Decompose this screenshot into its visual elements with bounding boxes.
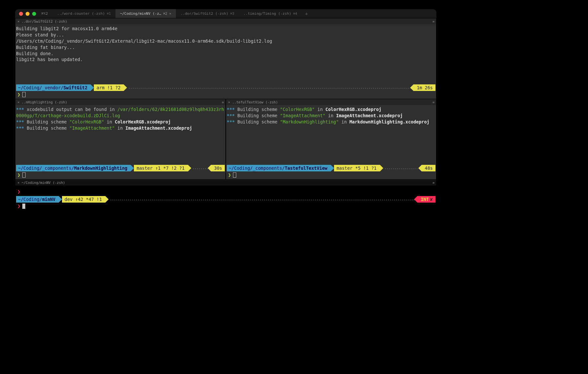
path-segment: ~/Coding/_components/MarkdownHighlightin… (16, 165, 131, 171)
zoom-icon[interactable] (32, 12, 36, 16)
close-icon[interactable]: × (17, 181, 20, 185)
tab-shortcut: ⌘3 (230, 12, 234, 15)
branch-segment: master ↑1 *7 !2 ?1 (134, 165, 188, 171)
pane-header: × ..tefulTextView (-zsh) ≡ (226, 99, 436, 105)
powerline-prompt: ~/Coding/_vendor/SwiftGit2 arm !1 ?2 1m … (16, 84, 435, 91)
tab-shortcut: ⌘2 (163, 12, 167, 15)
tab-2[interactable]: ~/Coding/minNV (-z… ⌘2 × (116, 9, 176, 18)
hamburger-icon[interactable]: ≡ (432, 100, 434, 104)
chevron-right-icon: ❯ (17, 172, 20, 178)
terminal-window: ⌘⌥2 ../word-counter (-zsh) ⌘1 ~/Coding/m… (15, 9, 436, 269)
tab-1[interactable]: ../word-counter (-zsh) ⌘1 (52, 9, 116, 18)
dots-fill (110, 196, 416, 203)
powerline-prompt: ~/Coding/_components/MarkdownHighlightin… (16, 165, 225, 171)
pane-mid-left[interactable]: × ..nHighlighting (-zsh) ≡ *** xcodebuil… (15, 99, 226, 180)
prompt-area: ❯ ~/Coding/minNV dev ↑42 *47 !1 INT✘ (15, 187, 436, 210)
pane-header: × ..dor/SwiftGit2 (-zsh) ≡ (15, 18, 436, 24)
pane-title: ..tefulTextView (-zsh) (232, 100, 278, 104)
pane-mid-right[interactable]: × ..tefulTextView (-zsh) ≡ *** Building … (226, 99, 436, 180)
powerline-prompt: ~/Coding/_components/TastefulTextView ma… (227, 165, 435, 171)
pane-top[interactable]: × ..dor/SwiftGit2 (-zsh) ≡ Building libg… (15, 18, 436, 99)
prompt-area: ~/Coding/_vendor/SwiftGit2 arm !1 ?2 1m … (15, 84, 436, 99)
tab-3[interactable]: ..dor/SwiftGit2 (-zsh) ⌘3 (176, 9, 239, 18)
spacer (15, 210, 436, 262)
pane-output: Building libgit2 for macosx11.0 arm64e P… (15, 24, 436, 84)
input-prompt[interactable]: ❯ (16, 91, 435, 98)
cursor (22, 172, 26, 178)
pane-bottom[interactable]: × ~/Coding/minNV (-zsh) ≡ ❯ ~/Coding/min… (15, 180, 436, 262)
cursor (22, 92, 26, 97)
close-icon[interactable] (19, 12, 23, 16)
prompt-area: ~/Coding/_components/TastefulTextView ma… (226, 165, 436, 179)
pane-title: ..nHighlighting (-zsh) (22, 100, 67, 104)
timer-segment: 48s (422, 165, 435, 171)
chevron-right-icon: ❯ (17, 92, 20, 98)
hamburger-icon[interactable]: ≡ (432, 181, 434, 185)
prompt-area: ~/Coding/_components/MarkdownHighlightin… (15, 165, 225, 179)
window-shortcut-badge: ⌘⌥2 (41, 11, 48, 16)
minimize-icon[interactable] (26, 12, 30, 16)
tab-shortcut: ⌘4 (293, 12, 297, 15)
pane-row-2: × ..nHighlighting (-zsh) ≡ *** xcodebuil… (15, 99, 436, 180)
pane-row-1: × ..dor/SwiftGit2 (-zsh) ≡ Building libg… (15, 18, 436, 99)
tab-label: ..dor/SwiftGit2 (-zsh) (180, 11, 228, 16)
cursor (22, 204, 25, 209)
chevron-right-icon: ❯ (228, 172, 231, 178)
branch-segment: arm !1 ?2 (94, 84, 124, 91)
add-tab-button[interactable]: + (302, 9, 311, 18)
pane-output: *** Building scheme "ColorHexRGB" in Col… (226, 105, 436, 165)
pane-row-3: × ~/Coding/minNV (-zsh) ≡ ❯ ~/Coding/min… (15, 180, 436, 262)
dots-fill (193, 165, 210, 171)
timer-segment: 1m 26s (413, 84, 435, 91)
tab-label: ../word-counter (-zsh) (57, 11, 105, 16)
status-segment: INT✘ (417, 196, 435, 203)
traffic-lights (19, 12, 36, 16)
input-prompt[interactable]: ❯ (16, 171, 225, 178)
tab-4[interactable]: ..timing/Timing (-zsh) ⌘4 (239, 9, 302, 18)
cursor (233, 172, 236, 178)
path-segment: ~/Coding/_vendor/SwiftGit2 (16, 84, 91, 91)
branch-segment: dev ↑42 *47 !1 (62, 196, 105, 203)
branch-segment: master *5 !1 ?1 (334, 165, 380, 171)
pane-title: ..dor/SwiftGit2 (-zsh) (22, 19, 67, 23)
path-segment: ~/Coding/minNV (16, 196, 59, 203)
tab-bar: ../word-counter (-zsh) ⌘1 ~/Coding/minNV… (52, 9, 432, 18)
dots-fill (128, 84, 412, 91)
hamburger-icon[interactable]: ≡ (222, 100, 223, 104)
dots-fill (385, 165, 420, 171)
input-prompt[interactable]: ❯ (16, 203, 435, 209)
close-icon[interactable]: × (17, 100, 20, 104)
hamburger-icon[interactable]: ≡ (432, 20, 434, 23)
chevron-right-icon: ❯ (17, 189, 20, 195)
chevron-right-icon: ❯ (17, 203, 20, 209)
close-icon[interactable]: × (169, 11, 172, 16)
tab-label: ..timing/Timing (-zsh) (243, 11, 291, 16)
pane-title: ~/Coding/minNV (-zsh) (22, 181, 65, 185)
pane-output: *** xcodebuild output can be found in /v… (15, 105, 225, 165)
timer-segment: 30s (211, 165, 225, 171)
tab-shortcut: ⌘1 (107, 12, 111, 15)
path-segment: ~/Coding/_components/TastefulTextView (227, 165, 331, 171)
close-icon[interactable]: × (17, 19, 20, 24)
panes-container: × ..dor/SwiftGit2 (-zsh) ≡ Building libg… (15, 18, 436, 269)
pane-header: × ~/Coding/minNV (-zsh) ≡ (15, 180, 436, 186)
close-icon[interactable]: × (228, 100, 230, 104)
tab-label: ~/Coding/minNV (-z… (120, 11, 161, 16)
input-prompt[interactable]: ❯ (227, 171, 435, 178)
titlebar: ⌘⌥2 ../word-counter (-zsh) ⌘1 ~/Coding/m… (15, 9, 436, 18)
pane-header: × ..nHighlighting (-zsh) ≡ (15, 99, 225, 105)
error-prompt: ❯ (16, 188, 435, 196)
powerline-prompt: ~/Coding/minNV dev ↑42 *47 !1 INT✘ (16, 196, 435, 203)
